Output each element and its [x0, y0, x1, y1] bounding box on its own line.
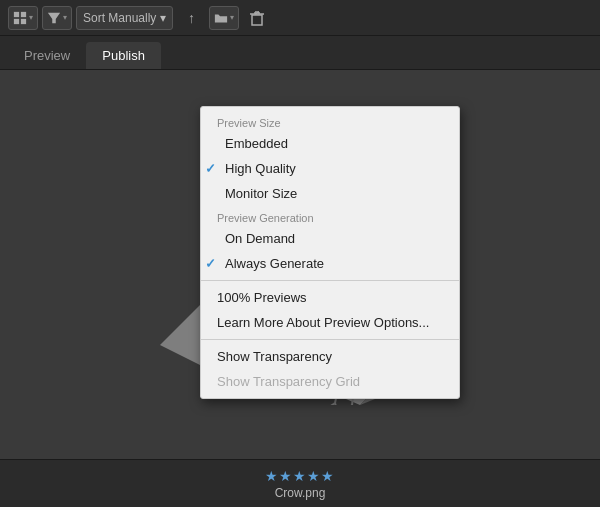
svg-line-20	[325, 403, 335, 405]
menu-divider-2	[201, 339, 459, 340]
sort-dropdown[interactable]: Sort Manually ▾	[76, 6, 173, 30]
star-rating[interactable]: ★★★★★	[265, 468, 335, 484]
100-previews-label: 100% Previews	[217, 290, 307, 305]
menu-divider-1	[201, 280, 459, 281]
svg-rect-1	[21, 11, 26, 16]
svg-marker-4	[48, 12, 60, 23]
menu-item-always-generate[interactable]: ✓ Always Generate	[201, 251, 459, 276]
monitor-size-label: Monitor Size	[225, 186, 297, 201]
main-content: Preview Size Embedded ✓ High Quality Mon…	[0, 70, 600, 459]
filter-button[interactable]: ▾	[42, 6, 72, 30]
menu-item-show-transparency-grid: Show Transparency Grid	[201, 369, 459, 394]
svg-rect-5	[252, 15, 262, 25]
menu-item-embedded[interactable]: Embedded	[201, 131, 459, 156]
show-transparency-label: Show Transparency	[217, 349, 332, 364]
menu-item-monitor-size[interactable]: Monitor Size	[201, 181, 459, 206]
toolbar: ▾ ▾ Sort Manually ▾ ↑ ▾	[0, 0, 600, 36]
sort-arrow: ▾	[160, 11, 166, 25]
menu-item-learn-more[interactable]: Learn More About Preview Options...	[201, 310, 459, 335]
menu-item-show-transparency[interactable]: Show Transparency	[201, 344, 459, 369]
svg-rect-3	[21, 18, 26, 23]
tab-preview[interactable]: Preview	[8, 42, 86, 69]
upload-button[interactable]: ↑	[177, 4, 205, 32]
menu-item-100-previews[interactable]: 100% Previews	[201, 285, 459, 310]
preview-gen-label: Preview Generation	[201, 206, 459, 226]
sort-label: Sort Manually	[83, 11, 156, 25]
delete-button[interactable]	[243, 4, 271, 32]
tab-bar: Preview Publish	[0, 36, 600, 70]
filename: Crow.png	[275, 486, 326, 500]
filter-arrow: ▾	[63, 13, 67, 22]
preview-dropdown-menu: Preview Size Embedded ✓ High Quality Mon…	[200, 106, 460, 399]
svg-rect-0	[14, 11, 19, 16]
show-transparency-grid-label: Show Transparency Grid	[217, 374, 360, 389]
tab-publish[interactable]: Publish	[86, 42, 161, 69]
grid-view-button[interactable]: ▾	[8, 6, 38, 30]
menu-item-on-demand[interactable]: On Demand	[201, 226, 459, 251]
folder-button[interactable]: ▾	[209, 6, 239, 30]
grid-view-arrow: ▾	[29, 13, 33, 22]
preview-size-label: Preview Size	[201, 111, 459, 131]
high-quality-label: High Quality	[225, 161, 296, 176]
svg-rect-2	[14, 18, 19, 23]
folder-arrow: ▾	[230, 13, 234, 22]
embedded-label: Embedded	[225, 136, 288, 151]
on-demand-label: On Demand	[225, 231, 295, 246]
svg-line-21	[335, 403, 338, 405]
learn-more-label: Learn More About Preview Options...	[217, 315, 429, 330]
always-generate-check: ✓	[205, 256, 216, 271]
bottom-bar: ★★★★★ Crow.png	[0, 459, 600, 507]
menu-item-high-quality[interactable]: ✓ High Quality	[201, 156, 459, 181]
always-generate-label: Always Generate	[225, 256, 324, 271]
high-quality-check: ✓	[205, 161, 216, 176]
